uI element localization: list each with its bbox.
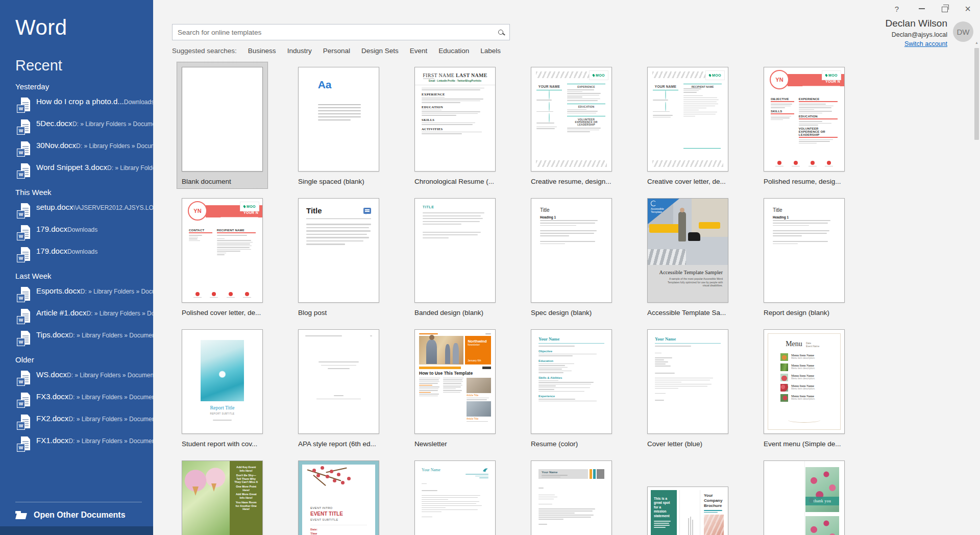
thumb-decor <box>771 106 791 107</box>
suggested-searches: Suggested searches: BusinessIndustryPers… <box>172 47 501 55</box>
restore-icon <box>942 7 948 12</box>
template-tile[interactable]: Accessible Template Accessible Template … <box>647 198 764 329</box>
suggested-search-link[interactable]: Labels <box>480 47 501 55</box>
recent-file[interactable]: W FX3.docxD: » Library Folders » Documen… <box>0 389 153 411</box>
template-thumbnail: Your Name <box>647 329 728 434</box>
scroll-up-arrow-icon[interactable]: ▲ <box>973 41 980 44</box>
template-tile[interactable]: TitleHeading 1Spec design (blank) <box>531 198 647 329</box>
thumb-decor: MOO <box>706 71 724 80</box>
template-tile[interactable]: MOO YOUR NAME RECIPIENT NAMECreative cov… <box>647 67 764 198</box>
recent-file[interactable]: W WS.docxD: » Library Folders » Document… <box>0 367 153 389</box>
template-tile[interactable]: YOUR NYNMOO OBJECTIVESKILLS EXPERIENCEED… <box>764 67 880 198</box>
suggested-search-link[interactable]: Design Sets <box>361 47 399 55</box>
thumb-decor <box>655 359 664 360</box>
thumb-decor <box>443 378 465 423</box>
open-other-documents-button[interactable]: Open Other Documents <box>15 510 153 520</box>
template-tile[interactable]: AaSingle spaced (blank) <box>298 67 414 198</box>
recent-file[interactable]: W Tips.docxD: » Library Folders » Docume… <box>0 327 153 349</box>
template-tile[interactable]: Blank document <box>182 67 298 198</box>
template-tile[interactable]: Your Name <box>531 460 647 535</box>
thumb-decor <box>419 378 441 423</box>
template-tile[interactable]: Add Key Event Info Here!Don't Be Shy—Tel… <box>182 460 298 535</box>
template-thumbnail: EVENT INTROEVENT TITLEEVENT SUBTITLE Dat… <box>298 460 379 535</box>
thumb-decor <box>423 234 478 235</box>
thumb-decor <box>536 160 607 167</box>
suggested-search-link[interactable]: Event <box>410 47 428 55</box>
close-button[interactable]: × <box>959 1 976 16</box>
template-tile[interactable]: MenuDateEvent Name Menu Item NameMenu it… <box>764 329 880 460</box>
template-tile[interactable]: thank you thank you <box>764 460 880 535</box>
thumb-decor: EDUCATION <box>422 105 488 109</box>
thumb-decor <box>567 130 599 131</box>
thumb-decor <box>318 361 359 362</box>
template-tile[interactable]: Your Name Objective Education Skills & A… <box>531 329 647 460</box>
recent-file[interactable]: W Esports.docxD: » Library Folders » Doc… <box>0 283 153 305</box>
thumb-decor: Menu Item NameMenu item description. <box>780 353 840 361</box>
thumb-decor <box>538 363 574 364</box>
help-button[interactable]: ? <box>888 1 905 16</box>
restore-button[interactable] <box>936 1 953 16</box>
template-thumbnail: FIRST NAME LAST NAMEEmail · LinkedIn Pro… <box>414 67 496 172</box>
suggested-search-link[interactable]: Industry <box>287 47 312 55</box>
recent-file-path: D: » Library Folders » Document... <box>107 164 153 172</box>
recent-file[interactable]: W 5Dec.docxD: » Library Folders » Docume… <box>0 116 153 138</box>
template-tile[interactable]: TitleHeading 1Report design (blank) <box>764 198 880 329</box>
recent-group-label: This Week <box>15 188 153 197</box>
template-tile[interactable]: EVENT INTROEVENT TITLEEVENT SUBTITLE Dat… <box>298 460 414 535</box>
template-grid: Blank documentAaSingle spaced (blank)FIR… <box>182 67 880 535</box>
thumb-decor <box>799 104 826 105</box>
thumb-decor <box>799 107 831 108</box>
template-tile[interactable]: TITLEBanded design (blank) <box>414 198 531 329</box>
thumb-decor: OBJECTIVE <box>771 98 794 102</box>
template-tile[interactable]: Your Name <box>414 460 531 535</box>
template-tile[interactable]: MOO YOUR NAME EXPERIENCE EDUCATION VOLUN… <box>531 67 647 198</box>
thumb-decor <box>422 490 437 491</box>
template-tile[interactable]: This is a great spot for a mission state… <box>647 460 764 535</box>
thumb-decor <box>567 95 599 96</box>
thumb-decor <box>655 388 678 389</box>
recent-file[interactable]: W Article #1.docxD: » Library Folders » … <box>0 305 153 327</box>
thumb-decor <box>422 505 482 506</box>
thumb-decor <box>590 469 592 479</box>
avatar[interactable]: DW <box>953 21 973 42</box>
recent-file[interactable]: W FX1.docxD: » Library Folders » Documen… <box>0 433 153 455</box>
suggested-search-link[interactable]: Education <box>438 47 469 55</box>
minimize-button[interactable] <box>913 1 930 16</box>
recent-file[interactable]: W How do I crop a photo.d...Downloads <box>0 94 153 116</box>
thumb-decor <box>310 525 367 525</box>
template-tile[interactable]: NorthwindNewsletterJanuary 6th How to Us… <box>414 329 531 460</box>
recent-file[interactable]: W Word Snippet 3.docxD: » Library Folder… <box>0 160 153 182</box>
template-tile[interactable]: Report TitleREPORT SUBTITLEStudent repor… <box>182 329 298 460</box>
thumb-decor <box>217 249 251 250</box>
switch-account-link[interactable]: Switch account <box>904 40 947 47</box>
template-tile[interactable]: YOUR NYNMOO CONTACT RECIPIENT NAME Polis… <box>182 198 298 329</box>
thumb-decor <box>217 238 225 239</box>
search-button[interactable] <box>492 25 509 40</box>
thumb-decor <box>419 388 438 390</box>
thumb-decor <box>318 107 361 108</box>
thumb-decor: OBJECTIVESKILLS EXPERIENCEEDUCATIONVOLUN… <box>771 96 838 144</box>
thumb-decor <box>688 232 700 241</box>
recent-file[interactable]: W 179.docxDownloads <box>0 244 153 265</box>
template-tile[interactable]: FIRST NAME LAST NAMEEmail · LinkedIn Pro… <box>414 67 531 198</box>
template-caption: Event menu (Simple de... <box>764 440 864 448</box>
thumb-decor <box>422 88 484 89</box>
scrollbar-thumb[interactable] <box>974 48 979 140</box>
suggested-search-link[interactable]: Business <box>248 47 276 55</box>
thumb-decor <box>567 93 601 94</box>
thumb-decor <box>567 128 601 129</box>
thumb-decor <box>538 367 568 368</box>
suggested-search-link[interactable]: Personal <box>323 47 350 55</box>
recent-file[interactable]: W 30Nov.docxD: » Library Folders » Docum… <box>0 138 153 160</box>
thumb-decor: Your Name <box>655 336 721 342</box>
template-tile[interactable]: APA style report (6th ed... <box>298 329 414 460</box>
thumb-decor <box>227 292 235 298</box>
search-input[interactable] <box>173 29 492 36</box>
recent-file[interactable]: W FX2.docxD: » Library Folders » Documen… <box>0 411 153 433</box>
recent-file[interactable]: W setup.docx\\AJSERVER2012.AJSYS.LOCAL .… <box>0 200 153 222</box>
thumb-decor <box>306 234 367 235</box>
template-tile[interactable]: TitleBlog post <box>298 198 414 329</box>
template-tile[interactable]: Your NameCover letter (blue) <box>647 329 764 460</box>
thumb-decor <box>538 519 564 520</box>
recent-file[interactable]: W 179.docxDownloads <box>0 222 153 244</box>
